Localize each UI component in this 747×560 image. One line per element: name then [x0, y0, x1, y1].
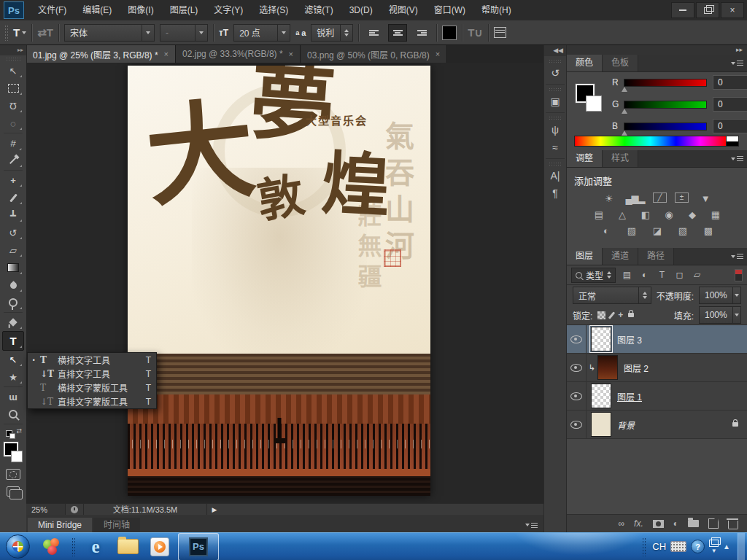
document-tab-1[interactable]: 01.jpg @ 25% (图层 3, RGB/8) * × [26, 45, 176, 63]
menu-window[interactable]: 窗口(W) [426, 0, 473, 20]
red-value-field[interactable]: 0 [713, 75, 747, 90]
font-size-select[interactable]: 20 点 [233, 24, 290, 42]
brush-tool[interactable] [3, 189, 23, 206]
spot-healing-brush-tool[interactable]: + [3, 171, 23, 189]
warp-text-button[interactable]: T∪ [468, 26, 482, 39]
tab-channels[interactable]: 通道 [603, 248, 638, 265]
menu-layer[interactable]: 图层(L) [162, 0, 206, 20]
layer-row-1[interactable]: 图层 1 [567, 382, 747, 411]
zoom-tool[interactable] [3, 405, 23, 423]
layer-3-thumbnail[interactable] [591, 327, 611, 351]
help-tray-icon[interactable]: ? [691, 540, 705, 553]
panel-menu-icon[interactable] [525, 518, 538, 532]
menu-help[interactable]: 帮助(H) [473, 0, 519, 20]
exposure-icon[interactable]: ± [675, 192, 689, 203]
font-family-select[interactable]: 宋体 [64, 24, 155, 42]
anti-alias-select[interactable]: 锐利 [311, 24, 353, 42]
dock-collapse-button[interactable]: ◀◀ [544, 45, 566, 56]
menu-item-vertical-type[interactable]: ↓T 直排文字工具 T [28, 367, 156, 381]
text-color-swatch[interactable] [442, 26, 457, 40]
link-layers-button[interactable]: ∞ [619, 518, 625, 529]
menu-item-horizontal-type-mask[interactable]: T 横排文字蒙版工具 T [28, 381, 156, 394]
close-icon[interactable]: × [436, 50, 440, 58]
show-desktop-button[interactable] [738, 533, 745, 560]
document-tab-3[interactable]: 03.png @ 50% (图层 0, RGB/8) × [301, 45, 447, 63]
start-button[interactable] [6, 534, 30, 559]
toolbar-collapse-button[interactable]: ▸▸ [0, 45, 26, 55]
visibility-cell[interactable] [567, 411, 587, 438]
new-group-button[interactable] [688, 520, 699, 527]
layer-name[interactable]: 背景 [617, 419, 635, 431]
gradient-tool[interactable] [3, 259, 23, 276]
text-orientation-toggle[interactable]: ⇄T [37, 26, 53, 39]
background-thumbnail[interactable] [591, 412, 611, 437]
taskbar-photoshop-button-active[interactable]: Ps [178, 533, 219, 560]
eyedropper-tool[interactable] [3, 152, 23, 169]
add-layer-mask-button[interactable] [653, 520, 664, 528]
pen-tool[interactable] [3, 314, 23, 331]
menu-type[interactable]: 文字(Y) [206, 0, 251, 20]
panels-collapse-button[interactable]: ▸▸ [567, 45, 747, 55]
document-tab-2[interactable]: 02.jpg @ 33.3%(RGB/8) * × [176, 45, 301, 63]
close-button[interactable]: × [721, 2, 744, 18]
dodge-tool[interactable] [3, 294, 23, 311]
eraser-tool[interactable]: ▱ [3, 241, 23, 259]
green-slider[interactable] [624, 101, 707, 109]
menu-item-horizontal-type[interactable]: ▪ T 横排文字工具 T [28, 353, 156, 367]
tab-adjustments[interactable]: 调整 [567, 150, 603, 167]
type-tool-selected[interactable]: T [2, 331, 24, 351]
opacity-select[interactable]: 100% [699, 287, 741, 304]
minimize-button[interactable] [671, 2, 694, 18]
channel-mixer-icon[interactable]: ◆ [684, 209, 701, 221]
background-color-swatch[interactable] [11, 451, 23, 462]
character-panel-icon[interactable]: A| [544, 167, 566, 184]
tab-styles[interactable]: 样式 [603, 150, 638, 167]
menu-3d[interactable]: 3D(D) [341, 0, 381, 20]
fill-select[interactable]: 100% [699, 306, 741, 324]
paragraph-panel-icon[interactable]: ¶ [544, 184, 566, 202]
tab-layers[interactable]: 图层 [567, 248, 603, 265]
layer-name[interactable]: 图层 3 [617, 333, 642, 346]
levels-icon[interactable]: ▄▆▂ [625, 192, 644, 205]
color-lookup-icon[interactable]: ▦ [707, 209, 724, 221]
path-selection-tool[interactable]: ↖ [3, 351, 23, 368]
3d-panel-icon[interactable]: ▣ [544, 93, 566, 110]
status-clock-button[interactable] [66, 504, 84, 516]
panel-menu-icon[interactable] [727, 55, 747, 71]
swap-colors-icon[interactable]: ⇄ [16, 427, 22, 435]
layer-name[interactable]: 图层 2 [624, 362, 649, 374]
menu-image[interactable]: 图像(I) [120, 0, 161, 20]
gradient-map-icon[interactable]: ▧ [674, 225, 692, 237]
tab-paths[interactable]: 路径 [638, 248, 674, 265]
filter-smart-objects-icon[interactable]: ▱ [691, 270, 703, 280]
language-indicator[interactable]: CH [652, 541, 666, 552]
color-spectrum-ramp[interactable] [574, 136, 727, 147]
tab-color[interactable]: 颜色 [567, 55, 603, 71]
filter-type-layers-icon[interactable]: T [656, 270, 668, 280]
slider-thumb[interactable] [622, 109, 627, 114]
layer-1-thumbnail[interactable] [591, 384, 611, 408]
menu-filter[interactable]: 滤镜(T) [296, 0, 341, 20]
zoom-level-field[interactable]: 25% [26, 504, 66, 516]
default-and-swap-colors[interactable]: ⇄ [4, 427, 22, 438]
font-style-select[interactable]: - [160, 24, 208, 42]
tab-swatches[interactable]: 色板 [603, 55, 638, 71]
filter-shape-layers-icon[interactable]: ◻ [673, 270, 686, 280]
show-hidden-icons-button[interactable]: ▲ [723, 542, 730, 551]
brush-presets-panel-icon[interactable]: ψ [544, 121, 566, 139]
threshold-icon[interactable]: ◪ [649, 225, 666, 237]
invert-icon[interactable]: ◐ [597, 225, 615, 237]
green-value-field[interactable]: 0 [713, 97, 747, 112]
hue-saturation-icon[interactable]: ▤ [590, 209, 608, 221]
color-balance-icon[interactable]: △ [614, 209, 631, 221]
layer-row-2[interactable]: ↳ 图层 2 [567, 354, 747, 382]
filter-pixel-layers-icon[interactable]: ▤ [621, 270, 633, 280]
canvas-area[interactable]: 氣吞山河 莊無疆 大 夢 敦 煌 大型音乐会 [26, 63, 543, 503]
close-icon[interactable]: × [289, 50, 293, 58]
brush-panel-icon[interactable]: ≈ [544, 139, 566, 156]
visibility-cell[interactable] [567, 382, 587, 410]
tray-window-toggle[interactable]: ▼ [709, 540, 719, 554]
slider-thumb[interactable] [622, 131, 627, 136]
type-tool-preset[interactable]: T [13, 26, 26, 39]
layer-2-thumbnail[interactable] [597, 355, 618, 380]
